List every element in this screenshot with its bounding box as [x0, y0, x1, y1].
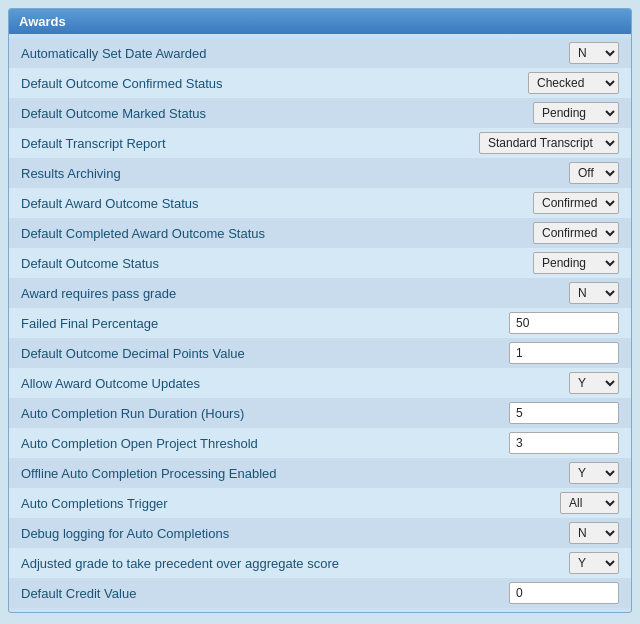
row-award-requires-pass-grade: Award requires pass gradeNY: [9, 278, 631, 308]
row-default-transcript-report: Default Transcript ReportStandard Transc…: [9, 128, 631, 158]
label-auto-completion-open-project-threshold: Auto Completion Open Project Threshold: [21, 436, 509, 451]
row-auto-completion-run-duration: Auto Completion Run Duration (Hours): [9, 398, 631, 428]
label-allow-award-outcome-updates: Allow Award Outcome Updates: [21, 376, 569, 391]
row-auto-completion-open-project-threshold: Auto Completion Open Project Threshold: [9, 428, 631, 458]
label-default-outcome-marked-status: Default Outcome Marked Status: [21, 106, 533, 121]
row-results-archiving: Results ArchivingOffOn: [9, 158, 631, 188]
select-adjusted-grade-precedent[interactable]: YN: [569, 552, 619, 574]
row-auto-set-date-awarded: Automatically Set Date AwardedNY: [9, 38, 631, 68]
row-debug-logging-auto-completions: Debug logging for Auto CompletionsNY: [9, 518, 631, 548]
row-default-outcome-confirmed-status: Default Outcome Confirmed StatusCheckedU…: [9, 68, 631, 98]
label-debug-logging-auto-completions: Debug logging for Auto Completions: [21, 526, 569, 541]
select-default-transcript-report[interactable]: Standard TranscriptCustom Transcript: [479, 132, 619, 154]
row-adjusted-grade-precedent: Adjusted grade to take precedent over ag…: [9, 548, 631, 578]
row-allow-award-outcome-updates: Allow Award Outcome UpdatesYN: [9, 368, 631, 398]
row-default-award-outcome-status: Default Award Outcome StatusConfirmedPen…: [9, 188, 631, 218]
awards-panel: Awards Automatically Set Date AwardedNYD…: [8, 8, 632, 613]
select-default-outcome-marked-status[interactable]: PendingConfirmed: [533, 102, 619, 124]
select-default-outcome-status[interactable]: PendingConfirmed: [533, 252, 619, 274]
select-results-archiving[interactable]: OffOn: [569, 162, 619, 184]
input-auto-completion-run-duration[interactable]: [509, 402, 619, 424]
label-default-completed-award-outcome-status: Default Completed Award Outcome Status: [21, 226, 533, 241]
label-award-requires-pass-grade: Award requires pass grade: [21, 286, 569, 301]
input-auto-completion-open-project-threshold[interactable]: [509, 432, 619, 454]
row-default-completed-award-outcome-status: Default Completed Award Outcome StatusCo…: [9, 218, 631, 248]
select-auto-set-date-awarded[interactable]: NY: [569, 42, 619, 64]
panel-body: Automatically Set Date AwardedNYDefault …: [9, 34, 631, 612]
select-default-completed-award-outcome-status[interactable]: ConfirmedPending: [533, 222, 619, 244]
input-default-credit-value[interactable]: [509, 582, 619, 604]
label-default-outcome-decimal-points-value: Default Outcome Decimal Points Value: [21, 346, 509, 361]
label-results-archiving: Results Archiving: [21, 166, 569, 181]
panel-title: Awards: [9, 9, 631, 34]
label-adjusted-grade-precedent: Adjusted grade to take precedent over ag…: [21, 556, 569, 571]
row-auto-completions-trigger: Auto Completions TriggerAllNone: [9, 488, 631, 518]
select-award-requires-pass-grade[interactable]: NY: [569, 282, 619, 304]
select-allow-award-outcome-updates[interactable]: YN: [569, 372, 619, 394]
select-default-award-outcome-status[interactable]: ConfirmedPending: [533, 192, 619, 214]
label-default-transcript-report: Default Transcript Report: [21, 136, 479, 151]
label-auto-completion-run-duration: Auto Completion Run Duration (Hours): [21, 406, 509, 421]
label-default-outcome-confirmed-status: Default Outcome Confirmed Status: [21, 76, 528, 91]
label-default-credit-value: Default Credit Value: [21, 586, 509, 601]
label-auto-completions-trigger: Auto Completions Trigger: [21, 496, 560, 511]
row-default-outcome-decimal-points-value: Default Outcome Decimal Points Value: [9, 338, 631, 368]
select-default-outcome-confirmed-status[interactable]: CheckedUnchecked: [528, 72, 619, 94]
label-offline-auto-completion-processing-enabled: Offline Auto Completion Processing Enabl…: [21, 466, 569, 481]
select-auto-completions-trigger[interactable]: AllNone: [560, 492, 619, 514]
label-auto-set-date-awarded: Automatically Set Date Awarded: [21, 46, 569, 61]
row-offline-auto-completion-processing-enabled: Offline Auto Completion Processing Enabl…: [9, 458, 631, 488]
label-default-outcome-status: Default Outcome Status: [21, 256, 533, 271]
input-failed-final-percentage[interactable]: [509, 312, 619, 334]
row-default-outcome-marked-status: Default Outcome Marked StatusPendingConf…: [9, 98, 631, 128]
label-default-award-outcome-status: Default Award Outcome Status: [21, 196, 533, 211]
select-debug-logging-auto-completions[interactable]: NY: [569, 522, 619, 544]
select-offline-auto-completion-processing-enabled[interactable]: YN: [569, 462, 619, 484]
row-default-credit-value: Default Credit Value: [9, 578, 631, 608]
label-failed-final-percentage: Failed Final Percentage: [21, 316, 509, 331]
row-default-outcome-status: Default Outcome StatusPendingConfirmed: [9, 248, 631, 278]
row-failed-final-percentage: Failed Final Percentage: [9, 308, 631, 338]
input-default-outcome-decimal-points-value[interactable]: [509, 342, 619, 364]
